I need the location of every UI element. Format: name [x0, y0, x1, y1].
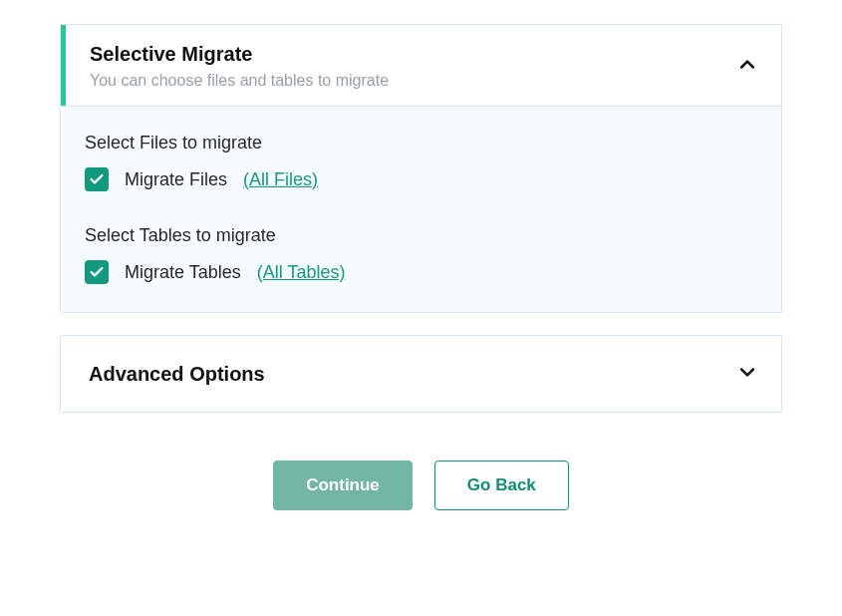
migrate-files-checkbox[interactable]: [85, 167, 109, 191]
migrate-tables-label: Migrate Tables: [125, 262, 241, 283]
migrate-files-label: Migrate Files: [125, 169, 227, 190]
migrate-files-row: Migrate Files (All Files): [85, 167, 757, 191]
chevron-up-icon: [737, 55, 757, 79]
migrate-tables-row: Migrate Tables (All Tables): [85, 260, 757, 284]
go-back-button[interactable]: Go Back: [434, 461, 569, 510]
tables-section-label: Select Tables to migrate: [85, 225, 757, 246]
selective-migrate-subtitle: You can choose files and tables to migra…: [90, 72, 389, 90]
chevron-down-icon: [737, 362, 757, 386]
files-section: Select Files to migrate Migrate Files (A…: [85, 133, 757, 191]
advanced-options-title: Advanced Options: [89, 363, 265, 386]
all-files-link[interactable]: (All Files): [243, 169, 318, 190]
migrate-tables-checkbox[interactable]: [85, 260, 109, 284]
selective-migrate-panel: Selective Migrate You can choose files a…: [60, 24, 782, 313]
tables-section: Select Tables to migrate Migrate Tables …: [85, 225, 757, 284]
check-icon: [89, 171, 105, 187]
button-row: Continue Go Back: [60, 461, 782, 510]
continue-button[interactable]: Continue: [273, 461, 413, 510]
all-tables-link[interactable]: (All Tables): [257, 262, 346, 283]
check-icon: [89, 264, 105, 280]
advanced-options-header[interactable]: Advanced Options: [61, 336, 781, 412]
selective-migrate-header-text: Selective Migrate You can choose files a…: [90, 43, 389, 90]
selective-migrate-body: Select Files to migrate Migrate Files (A…: [61, 106, 781, 312]
selective-migrate-title: Selective Migrate: [90, 43, 389, 66]
selective-migrate-header[interactable]: Selective Migrate You can choose files a…: [61, 25, 781, 106]
advanced-options-panel: Advanced Options: [60, 335, 782, 413]
files-section-label: Select Files to migrate: [85, 133, 757, 154]
